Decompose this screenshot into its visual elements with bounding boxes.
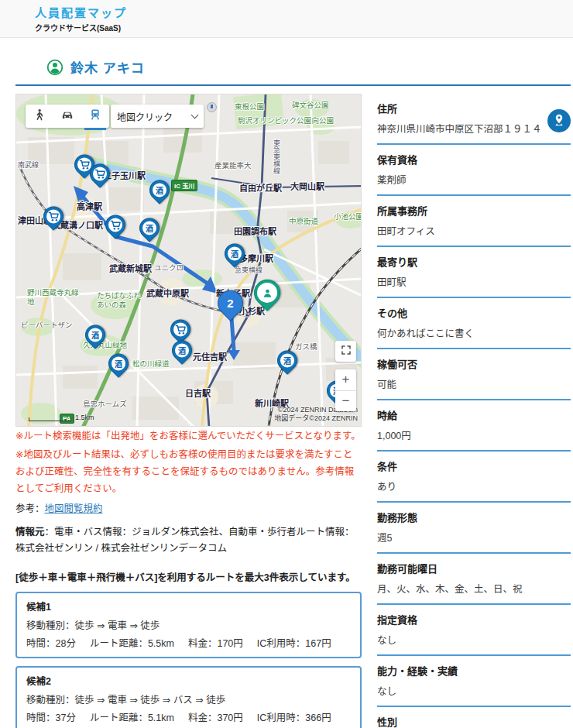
- candidate-details: 時間：37分ルート距離：5.1km料金：370円IC利用時：366円: [26, 709, 351, 724]
- field-value: なし: [377, 683, 571, 698]
- map-label-station: 高津駅: [77, 200, 102, 212]
- field-value: 月、火、水、木、金、土、日、祝: [377, 581, 571, 596]
- profile-field: 所属事務所田町オフィス: [377, 196, 571, 247]
- field-label: 性別: [377, 714, 571, 728]
- candidate-card[interactable]: 候補1移動種別：徒歩 ⇒ 電車 ⇒ 徒歩時間：28分ルート距離：5.5km料金：…: [15, 592, 362, 658]
- zoom-controls: + −: [335, 369, 356, 411]
- map-pin-liquor[interactable]: 酒: [149, 178, 170, 206]
- profile-field: 指定資格なし: [377, 605, 571, 656]
- map-label-area: 東根公園: [235, 101, 264, 112]
- map-label-place: 産業能率大: [214, 160, 252, 170]
- zoom-in-button[interactable]: +: [335, 369, 356, 391]
- map-pin-cart[interactable]: [105, 213, 126, 241]
- map-pin-liquor[interactable]: 酒: [139, 216, 160, 244]
- map-label-area: 碑文谷公園: [292, 99, 329, 110]
- app-header: 人員配置マップ クラウドサービス(SaaS): [0, 0, 573, 38]
- map-pin-liquor[interactable]: 酒: [84, 323, 106, 351]
- candidate-transport: 移動種別：徒歩 ⇒ 電車 ⇒ 徒歩 ⇒ バス ⇒ 徒歩: [26, 692, 351, 706]
- profile-field: 条件あり: [377, 452, 571, 503]
- car-mode-button[interactable]: [53, 105, 81, 128]
- map-action-select[interactable]: 地図クリック: [111, 105, 204, 128]
- field-value: なし: [377, 632, 571, 647]
- fullscreen-icon: [340, 344, 352, 359]
- profile-field: 性別女性: [377, 707, 571, 728]
- map-label-station: 武蔵新城駅: [109, 262, 152, 274]
- app-subtitle: クラウドサービス(SaaS): [35, 22, 573, 33]
- person-location-marker[interactable]: [253, 278, 283, 315]
- map-base-art: [16, 94, 362, 427]
- field-value: 神奈川県川崎市中原区下沼部１９１４: [377, 121, 571, 136]
- field-value: 田町オフィス: [377, 223, 571, 238]
- candidate-title: 候補1: [26, 599, 351, 613]
- field-label: 保有資格: [377, 152, 571, 167]
- field-label: 稼働可否: [377, 356, 571, 371]
- fullscreen-button[interactable]: [335, 341, 356, 362]
- source-line: 情報元：電車・バス情報：ジョルダン株式会社、自動車・歩行者ルート情報：株式会社ゼ…: [15, 524, 362, 558]
- scale-bar: [29, 417, 71, 421]
- map-label-place: ガス橋: [295, 341, 317, 352]
- map-label-place: 島忠ホームズ: [83, 398, 127, 409]
- map-label-place: ビーバートザン: [21, 319, 72, 330]
- field-label: 勤務可能曜日: [377, 561, 571, 575]
- map-label-area: 松の川緑道: [132, 358, 170, 369]
- map-canvas[interactable]: 南武線二子玉川駅高津駅津田山駅武蔵溝ノ口駅武蔵新城駅武蔵中原駅新丸子駅小杉駅元住…: [15, 94, 362, 427]
- map-pin-liquor[interactable]: 酒: [224, 242, 245, 270]
- walk-mode-button[interactable]: [26, 105, 53, 128]
- main-content: 鈴木 アキコ: [0, 57, 573, 728]
- profile-field: 稼働可否可能: [377, 349, 571, 400]
- candidate-detail: ルート距離：5.5km: [90, 638, 174, 649]
- map-label-station: 武蔵中原駅: [146, 287, 189, 299]
- field-value: 薬剤師: [377, 172, 571, 187]
- field-label: 最寄り駅: [377, 254, 571, 269]
- train-icon: [89, 108, 101, 124]
- map-pin-cart[interactable]: [89, 162, 111, 190]
- field-label: 所属事務所: [377, 203, 571, 218]
- compass-icon: [207, 102, 217, 112]
- field-label: 時給: [377, 407, 571, 422]
- profile-field: 能力・経験・実績なし: [377, 656, 571, 707]
- walk-icon: [33, 108, 46, 124]
- zoom-out-button[interactable]: −: [335, 391, 356, 412]
- field-value: 週5: [377, 530, 571, 544]
- map-label-road: 中原街道: [289, 215, 318, 226]
- field-label: 住所: [377, 101, 571, 115]
- field-label: 勤務形態: [377, 510, 571, 524]
- route-warning-2: ※地図及びルート結果は、必ずしもお客様の使用目的または要求を満たすことおよび正確…: [15, 447, 362, 498]
- candidate-detail: IC利用時：366円: [257, 713, 331, 723]
- field-label: その他: [377, 305, 571, 320]
- train-mode-button[interactable]: [81, 105, 109, 128]
- candidate-detail: IC利用時：167円: [257, 638, 331, 649]
- map-pin-liquor[interactable]: 酒: [171, 338, 193, 366]
- map-terms-link[interactable]: 地図閲覧規約: [45, 503, 103, 514]
- map-pin-liquor[interactable]: 酒: [276, 349, 298, 376]
- address-map-pin-button[interactable]: [547, 109, 571, 132]
- map-label-station: 大岡山駅: [290, 180, 324, 192]
- map-label-station: 元住吉駅: [193, 350, 227, 362]
- field-value: 1,000円: [377, 428, 571, 442]
- candidate-detail: ルート距離：5.1km: [90, 713, 174, 723]
- profile-field: 勤務形態週5: [377, 503, 571, 554]
- profile-field: 住所神奈川県川崎市中原区下沼部１９１４: [377, 94, 571, 145]
- field-value: 田町駅: [377, 274, 571, 289]
- field-label: 指定資格: [377, 612, 571, 627]
- map-label-station: 自由が丘駅: [239, 181, 282, 194]
- map-label-rail: 南武線: [18, 160, 39, 170]
- field-value: 可能: [377, 376, 571, 391]
- person-avatar-icon: [46, 59, 63, 76]
- person-header: 鈴木 アキコ: [46, 57, 571, 77]
- route-summary: [徒歩＋車＋電車＋飛行機＋バス]を利用するルートを最大3件表示しています。: [15, 569, 362, 584]
- field-label: 条件: [377, 458, 571, 473]
- map-label-rail: 東急東横線: [272, 139, 282, 174]
- candidate-detail: 時間：37分: [26, 713, 76, 723]
- app-title: 人員配置マップ: [35, 4, 573, 20]
- candidate-transport: 移動種別：徒歩 ⇒ 電車 ⇒ 徒歩: [26, 617, 351, 632]
- road-shield-badge: IC 玉川: [171, 180, 197, 191]
- profile-field: 保有資格薬剤師: [377, 145, 571, 196]
- map-label-station: 日吉駅: [185, 386, 211, 399]
- candidate-card[interactable]: 候補2移動種別：徒歩 ⇒ 電車 ⇒ 徒歩 ⇒ バス ⇒ 徒歩時間：37分ルート距…: [15, 666, 362, 728]
- profile-field: 最寄り駅田町駅: [377, 247, 571, 298]
- map-pin-cart[interactable]: [43, 204, 64, 232]
- map-pin-liquor[interactable]: 酒: [108, 352, 129, 379]
- profile-field: その他何かあればここに書く: [377, 298, 571, 349]
- route-waypoint-marker[interactable]: 2: [217, 289, 245, 325]
